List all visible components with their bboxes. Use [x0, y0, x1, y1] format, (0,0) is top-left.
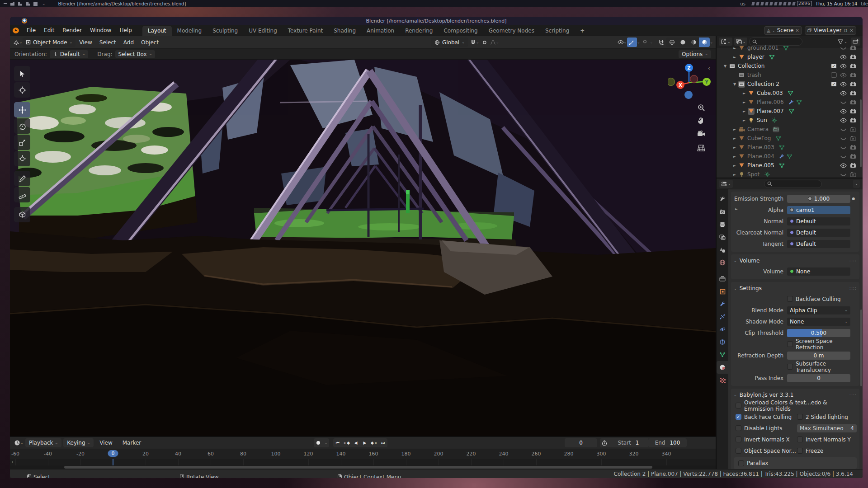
normal-field[interactable]: Default: [787, 217, 850, 225]
playback-menu[interactable]: Playback⌄: [25, 438, 61, 447]
prev-keyframe-button[interactable]: ⯬◆: [342, 438, 351, 447]
outliner-row[interactable]: ►CubeFog: [717, 134, 863, 143]
subsurface-translucency-checkbox[interactable]: [787, 364, 793, 370]
gizmo-toggle[interactable]: [627, 38, 637, 47]
sidebar-collapse-arrow[interactable]: ‹: [708, 65, 710, 71]
visibility-toggle[interactable]: [840, 73, 847, 78]
max-simultaneous-field[interactable]: Max Simultaneo4: [797, 424, 857, 432]
workspace-tab-shading[interactable]: Shading: [328, 26, 361, 36]
jump-to-end-button[interactable]: ⏭: [378, 438, 387, 447]
collection-checkbox[interactable]: ✓: [831, 63, 837, 69]
workspace-tab-layout[interactable]: Layout: [142, 26, 172, 36]
measure-tool-button[interactable]: [14, 187, 30, 202]
visibility-toggle[interactable]: [840, 55, 847, 60]
panel-drag-grip[interactable]: ::::: [849, 258, 857, 263]
outliner-row[interactable]: ▼Collection 2✓: [717, 80, 863, 89]
invert-normals-x-checkbox[interactable]: [736, 436, 741, 442]
properties-tab-object[interactable]: [717, 285, 728, 298]
outliner-row[interactable]: ►ground.001: [717, 43, 863, 52]
workspace-tag-icon[interactable]: [18, 2, 22, 6]
tray-icon[interactable]: [756, 2, 760, 5]
properties-tab-modifiers[interactable]: [717, 298, 728, 310]
properties-tab-particles[interactable]: [717, 310, 728, 323]
visibility-dropdown[interactable]: ⌄: [617, 38, 627, 47]
scrollbar-thumb[interactable]: [64, 466, 652, 469]
shading-rendered-button[interactable]: [699, 38, 710, 47]
workspace-tab-sculpting[interactable]: Sculpting: [207, 26, 243, 36]
shadow-mode-field[interactable]: None⌄: [787, 318, 850, 326]
collection-checkbox[interactable]: ✓: [831, 81, 837, 87]
visibility-toggle[interactable]: [840, 145, 847, 150]
keying-menu[interactable]: Keying⌄: [63, 438, 94, 447]
timeline-track[interactable]: ›: [10, 459, 716, 465]
move-tool-button[interactable]: [14, 102, 30, 117]
visibility-toggle[interactable]: [840, 154, 847, 159]
visibility-toggle[interactable]: [840, 136, 847, 141]
tangent-field[interactable]: Default: [787, 240, 850, 248]
screen-space-refraction-checkbox[interactable]: [787, 341, 793, 347]
expand-arrow-icon[interactable]: ►: [734, 207, 739, 211]
workspace-tab-scripting[interactable]: Scripting: [540, 26, 575, 36]
properties-tab-view-layer[interactable]: [717, 231, 728, 244]
timeline-ruler[interactable]: -60-40-202040608010012014016018020022024…: [10, 449, 716, 459]
viewport-menu-object[interactable]: Object: [137, 39, 162, 46]
outliner-row[interactable]: ►Sun: [717, 116, 863, 125]
transform-tool-button[interactable]: [14, 151, 30, 166]
tray-icon[interactable]: [765, 2, 769, 5]
render-visibility-toggle[interactable]: [850, 145, 856, 150]
select-box-tool-button[interactable]: [14, 66, 30, 81]
tray-icon[interactable]: [769, 2, 773, 5]
refraction-depth-field[interactable]: 0 m: [787, 352, 850, 360]
properties-tab-scene[interactable]: [717, 244, 728, 256]
viewlayer-selector[interactable]: 🗇 ViewLayer 🗋 ✕: [805, 26, 856, 35]
disclosure-arrow-icon[interactable]: ►: [732, 173, 737, 177]
viewport-canvas[interactable]: Z Y X: [10, 60, 716, 436]
render-visibility-toggle[interactable]: [850, 63, 856, 69]
start-frame-field[interactable]: Start1: [609, 438, 648, 447]
tray-icon[interactable]: [778, 2, 782, 5]
disclosure-arrow-icon[interactable]: ►: [732, 127, 737, 131]
disclosure-arrow-icon[interactable]: ►: [742, 109, 746, 113]
rotate-tool-button[interactable]: [14, 118, 30, 134]
disclosure-arrow-icon[interactable]: ▼: [723, 64, 727, 68]
tray-icon[interactable]: [760, 2, 764, 5]
parallax-checkbox[interactable]: [738, 460, 744, 466]
tray-icon[interactable]: [788, 2, 791, 5]
properties-tab-texture[interactable]: [717, 374, 728, 386]
menubar-item-window[interactable]: Window: [86, 25, 115, 36]
timeline-view-menu[interactable]: View: [95, 437, 116, 449]
properties-tab-constraints[interactable]: [717, 336, 728, 348]
outliner-row[interactable]: ►Plane.004: [717, 152, 863, 161]
overload-checkbox[interactable]: [736, 403, 741, 408]
outliner-row[interactable]: ►Plane.007: [717, 107, 863, 116]
pass-index-field[interactable]: 0: [787, 374, 850, 382]
properties-tab-tool[interactable]: [717, 193, 728, 206]
add-cube-tool-button[interactable]: [14, 207, 30, 222]
shading-solid-button[interactable]: [677, 38, 688, 47]
pan-hand-icon[interactable]: [696, 115, 706, 125]
workspace-tag-icon[interactable]: [33, 2, 38, 6]
render-visibility-toggle[interactable]: [850, 45, 856, 51]
zoom-icon[interactable]: [696, 103, 706, 113]
editor-type-icon[interactable]: ⌄: [13, 38, 23, 47]
outliner-row[interactable]: ▼Collection✓: [717, 61, 863, 70]
visibility-toggle[interactable]: [840, 82, 847, 87]
auto-keying-button[interactable]: [314, 438, 323, 447]
editor-type-icon[interactable]: ⌄: [14, 438, 24, 448]
render-visibility-toggle[interactable]: [850, 99, 856, 105]
channel-expand-arrow[interactable]: ›: [12, 460, 14, 464]
unlink-icon[interactable]: ✕: [795, 28, 799, 33]
visibility-toggle[interactable]: [840, 91, 847, 96]
disclosure-arrow-icon[interactable]: ►: [732, 155, 737, 159]
visibility-toggle[interactable]: [840, 100, 847, 105]
tray-icon[interactable]: [774, 2, 778, 5]
workspace-tag-icon[interactable]: [10, 2, 14, 6]
scene-selector[interactable]: ◬ ⌄ Scene ✕: [764, 26, 802, 35]
back-face-culling-checkbox[interactable]: ✓: [736, 414, 741, 420]
overlays-dropdown[interactable]: ⌄: [650, 40, 653, 44]
visibility-toggle[interactable]: [840, 46, 847, 51]
workspace-tab-compositing[interactable]: Compositing: [438, 26, 483, 36]
next-keyframe-button[interactable]: ◆⯮: [369, 438, 378, 447]
current-frame-field[interactable]: 0: [565, 438, 597, 447]
keyboard-layout[interactable]: us: [740, 1, 745, 6]
